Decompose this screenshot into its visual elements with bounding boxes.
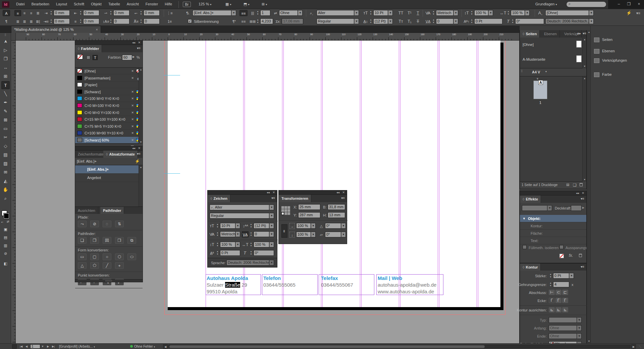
- menu-ansicht[interactable]: Ansicht: [123, 0, 142, 8]
- scroll-right-arrow[interactable]: ▶: [631, 344, 636, 349]
- zoom-level-dropdown[interactable]: 125 % ▾: [199, 2, 211, 6]
- tracking-field[interactable]: 0: [436, 18, 453, 24]
- tracking-stepper[interactable]: ▲▼: [249, 231, 253, 237]
- character-style-arrow[interactable]: ▼: [589, 10, 594, 16]
- column-guide[interactable]: [282, 41, 282, 307]
- menu-schrift[interactable]: Schrift: [70, 0, 88, 8]
- text-fill-proxy-icon[interactable]: T: [77, 54, 83, 59]
- menu-hilfe[interactable]: Hilfe: [161, 0, 175, 8]
- column-guide[interactable]: [361, 41, 362, 307]
- screen-mode-dropdown[interactable]: ⬒ ▾: [244, 2, 249, 6]
- align-center-stroke-icon[interactable]: ⊾: [549, 307, 555, 312]
- char-font-dropdown[interactable]: ⌕˯ Aller: [210, 205, 269, 210]
- join-path-icon[interactable]: ⤳: [78, 221, 87, 227]
- horizontal-ruler[interactable]: 9080706050403020100102030405060708090100…: [16, 33, 586, 41]
- paragraph-formatting-toggle[interactable]: ¶: [3, 18, 10, 24]
- column-guide[interactable]: [439, 41, 439, 307]
- tracking-field[interactable]: 0: [254, 231, 269, 237]
- indent-right-field[interactable]: 0 mm: [83, 10, 99, 16]
- rectangle-icon[interactable]: ▭: [78, 253, 87, 260]
- skew-stepper[interactable]: ▲▼: [249, 250, 253, 256]
- isolate-blending-checkbox[interactable]: [523, 245, 527, 249]
- tab-transformieren[interactable]: Transformieren: [279, 195, 311, 202]
- vertical-scale-arrow[interactable]: ▼: [235, 242, 240, 247]
- column-guide[interactable]: [478, 41, 478, 307]
- all-caps-icon[interactable]: TT: [397, 10, 405, 16]
- collapse-panel-icon[interactable]: ◂◂: [576, 191, 579, 195]
- gradient-feather-tool[interactable]: ▨: [1, 160, 10, 168]
- open-path-icon[interactable]: ⊘: [90, 221, 99, 227]
- exclude-overlap-icon[interactable]: ❒: [115, 237, 124, 244]
- language-arrow[interactable]: ▼: [589, 18, 594, 24]
- bullet-list-icon[interactable]: ⋮≡: [166, 10, 173, 16]
- eyedropper-tool[interactable]: ◭: [1, 177, 10, 185]
- tab-absatzformate[interactable]: ◊Absatzformate: [103, 151, 138, 158]
- bevel-join-icon[interactable]: Γ: [562, 298, 568, 303]
- ellipse-icon[interactable]: ⬭: [127, 253, 136, 260]
- window-resize-grip[interactable]: ⋱: [637, 344, 643, 349]
- align-inside-stroke-icon[interactable]: ⊾: [555, 307, 561, 312]
- formatting-container-toggle[interactable]: [87, 56, 90, 59]
- indent-first-line-field[interactable]: 0 mm: [113, 10, 129, 16]
- horizontal-scrollbar-thumb[interactable]: [169, 345, 485, 348]
- gap-tool[interactable]: ↔: [1, 64, 10, 72]
- vertical-scale-stepper[interactable]: ▲▼: [216, 242, 219, 247]
- column-guide[interactable]: [438, 41, 438, 307]
- tab-seiten[interactable]: ◊Seiten: [520, 30, 540, 38]
- indent-last-line-field[interactable]: 0 mm: [144, 10, 160, 16]
- first-page-button[interactable]: |◀: [19, 344, 23, 349]
- edit-page-size-icon[interactable]: ▤: [566, 183, 569, 186]
- font-style-arrow[interactable]: ▼: [354, 18, 359, 24]
- skew-field[interactable]: 0°: [254, 250, 274, 256]
- rectangle-tool[interactable]: ▭: [1, 125, 10, 133]
- dock-strip-item-verknüpfungen[interactable]: Verknüpfungen: [591, 56, 644, 65]
- dock-strip-item-ebenen[interactable]: Ebenen: [591, 47, 644, 56]
- text-column[interactable]: Telefax03644/555067: [321, 275, 353, 288]
- bleed-guide-left[interactable]: [164, 41, 165, 315]
- tracking-arrow[interactable]: ▼: [453, 18, 458, 24]
- collapse-panel-icon[interactable]: ◂◂: [267, 190, 270, 195]
- numbered-list-icon[interactable]: 1≡: [166, 18, 173, 24]
- text-column[interactable]: Autohaus ApoldaSulzaer Straße 2999510 Ap…: [207, 275, 248, 295]
- drop-cap-chars-field[interactable]: 0: [144, 18, 160, 24]
- swatch-row[interactable]: C=75 M=5 Y=100 K=0✕: [75, 123, 143, 130]
- scroll-left-arrow[interactable]: ◀: [163, 344, 168, 349]
- columns-stepper[interactable]: ▲▼: [256, 10, 260, 16]
- align-outside-stroke-icon[interactable]: ⊾: [562, 307, 568, 312]
- align-towards-spine-button[interactable]: ≣|: [35, 18, 41, 24]
- intersect-icon[interactable]: 回: [103, 237, 111, 244]
- menu-fenster[interactable]: Fenster: [142, 0, 161, 8]
- column-guide[interactable]: [321, 41, 321, 307]
- master-page-row[interactable]: A-Musterseite: [520, 52, 586, 67]
- toolbar-grip[interactable]: ⣿: [0, 34, 11, 36]
- x-field[interactable]: 25 mm: [298, 204, 320, 210]
- page-size-arrow[interactable]: ▾: [545, 70, 547, 73]
- last-page-button[interactable]: ▶|: [51, 344, 56, 349]
- search-input[interactable]: ⌕: [566, 1, 606, 7]
- maximize-button[interactable]: ❐: [624, 0, 634, 9]
- next-page-button[interactable]: ▶: [46, 344, 50, 349]
- scale-x-arrow[interactable]: ▼: [311, 223, 316, 229]
- pages-panel-menu-icon[interactable]: ▾≡: [583, 32, 586, 35]
- size-stepper[interactable]: ▲▼: [216, 223, 219, 229]
- indent-left-stepper[interactable]: ▲▼: [49, 10, 53, 16]
- panel-menu-icon[interactable]: ▾≡: [635, 10, 641, 16]
- rectangle-frame-tool[interactable]: ⊠: [1, 116, 10, 124]
- tint-flyout-arrow[interactable]: ▶: [132, 55, 135, 58]
- tab-effekte[interactable]: ◊Effekte: [520, 195, 541, 203]
- minus-back-icon[interactable]: ⧉: [127, 237, 136, 244]
- scale-x-field[interactable]: 100 %: [296, 223, 311, 229]
- rotation-field[interactable]: 0°: [325, 223, 341, 229]
- pages-scrollbar[interactable]: ▲▼: [582, 76, 586, 182]
- ruler-guide-cyan-2[interactable]: [164, 173, 180, 174]
- indent-last-line-stepper[interactable]: ▲▼: [139, 10, 143, 16]
- clear-effects-button[interactable]: [559, 254, 564, 258]
- content-collector-tool[interactable]: ⊞: [1, 72, 10, 80]
- swatch-row[interactable]: C=0 M=100 Y=0 K=0✕: [75, 102, 143, 109]
- paragraph-style-row[interactable]: [Einf. Abs.]+: [75, 165, 143, 174]
- miter-limit-stepper[interactable]: ▲▼: [549, 282, 552, 287]
- masters-scrollbar[interactable]: ▲▼: [582, 38, 586, 68]
- indent-left-field[interactable]: 0 mm: [54, 10, 70, 16]
- effects-target-row[interactable]: Kontur:: [520, 222, 586, 230]
- expand-triangle-icon[interactable]: ▼: [523, 215, 526, 222]
